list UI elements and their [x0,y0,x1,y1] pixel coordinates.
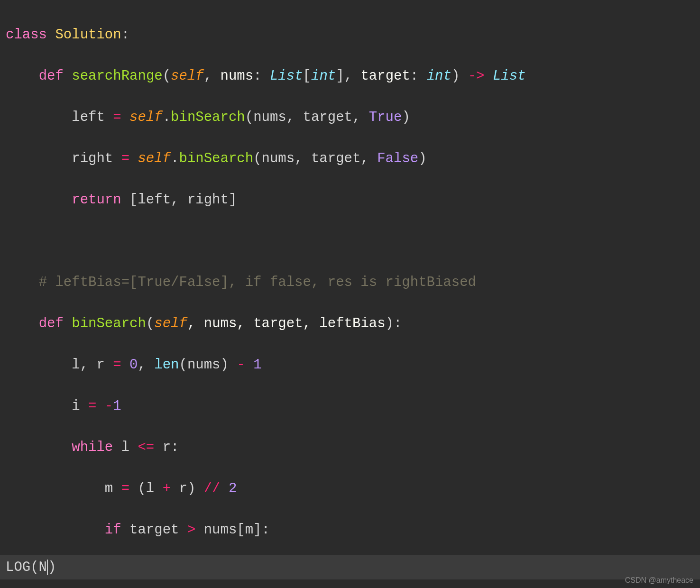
function-name: searchRange [72,68,162,84]
code-editor[interactable]: class Solution: def searchRange(self, nu… [6,4,694,588]
status-bar[interactable]: LOG(N) [0,555,700,580]
code-line-9: i = -1 [6,396,694,417]
code-line-7: def binSearch(self, nums, target, leftBi… [6,313,694,334]
class-name: Solution [55,27,121,43]
if-keyword: if [105,522,121,538]
code-line-8: l, r = 0, len(nums) - 1 [6,355,694,376]
type-int: int [311,68,336,84]
len-builtin: len [154,357,179,373]
code-line-12: if target > nums[m]: [6,520,694,541]
status-text: LOG(N [6,560,47,575]
class-keyword: class [6,27,47,43]
comment: # leftBias=[True/False], if false, res i… [39,275,476,290]
watermark: CSDN @amytheace [625,575,693,586]
function-name-binsearch: binSearch [72,316,146,331]
bool-true: True [369,110,402,125]
self-param: self [171,68,204,84]
colon: : [121,27,129,43]
def-keyword: def [39,68,64,84]
code-line-4: right = self.binSearch(nums, target, Fal… [6,148,694,169]
method-call: binSearch [171,110,245,125]
code-line-6: # leftBias=[True/False], if false, res i… [6,272,694,293]
code-line-2: def searchRange(self, nums: List[int], t… [6,66,694,87]
arrow-operator: -> [468,68,485,84]
code-line-10: while l <= r: [6,437,694,458]
code-line-11: m = (l + r) // 2 [6,478,694,499]
while-keyword: while [72,440,113,455]
code-line-blank [6,231,694,252]
return-keyword: return [72,192,121,208]
bool-false: False [377,151,418,166]
type-list: List [270,68,303,84]
code-line-5: return [left, right] [6,190,694,211]
code-line-1: class Solution: [6,25,694,46]
code-line-3: left = self.binSearch(nums, target, True… [6,107,694,128]
